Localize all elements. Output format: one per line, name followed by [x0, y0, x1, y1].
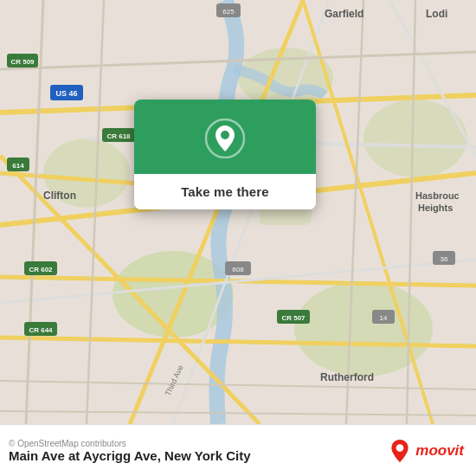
location-pin-icon: [205, 119, 245, 158]
svg-text:CR 507: CR 507: [281, 314, 306, 322]
svg-text:Lodi: Lodi: [426, 8, 447, 20]
popup-card: Take me there: [134, 100, 316, 209]
svg-point-56: [221, 131, 229, 139]
svg-text:US 46: US 46: [55, 89, 77, 98]
svg-text:Hasbrouc: Hasbrouc: [415, 190, 460, 201]
moovit-logo: moovit: [388, 439, 464, 463]
bottom-bar: © OpenStreetMap contributors Main Ave at…: [0, 424, 476, 476]
svg-text:CR 602: CR 602: [29, 266, 53, 273]
svg-text:608: 608: [232, 266, 244, 273]
location-title: Main Ave at Aycrigg Ave, New York City: [9, 448, 251, 463]
svg-point-57: [396, 444, 404, 452]
svg-text:CR 509: CR 509: [10, 58, 35, 66]
map-background: US 46 CR 509 614 CR 618 625 CR 602 608 C…: [0, 0, 476, 424]
svg-text:614: 614: [12, 162, 24, 170]
svg-text:Rutherford: Rutherford: [320, 371, 374, 383]
popup-green-area: [134, 100, 316, 174]
svg-text:36: 36: [441, 255, 448, 263]
svg-text:Clifton: Clifton: [43, 190, 76, 202]
svg-text:Garfield: Garfield: [325, 8, 363, 20]
bottom-left: © OpenStreetMap contributors Main Ave at…: [9, 439, 251, 463]
svg-text:625: 625: [222, 8, 235, 16]
svg-text:CR 644: CR 644: [29, 326, 53, 334]
moovit-brand-text: moovit: [415, 442, 464, 460]
map-container: US 46 CR 509 614 CR 618 625 CR 602 608 C…: [0, 0, 476, 424]
svg-text:14: 14: [380, 314, 388, 322]
take-me-there-button[interactable]: Take me there: [134, 174, 316, 209]
moovit-pin-icon: [388, 439, 412, 463]
svg-text:Heights: Heights: [418, 203, 453, 213]
attribution-text: © OpenStreetMap contributors: [9, 439, 251, 448]
svg-point-2: [294, 281, 433, 376]
svg-text:CR 618: CR 618: [106, 132, 131, 140]
